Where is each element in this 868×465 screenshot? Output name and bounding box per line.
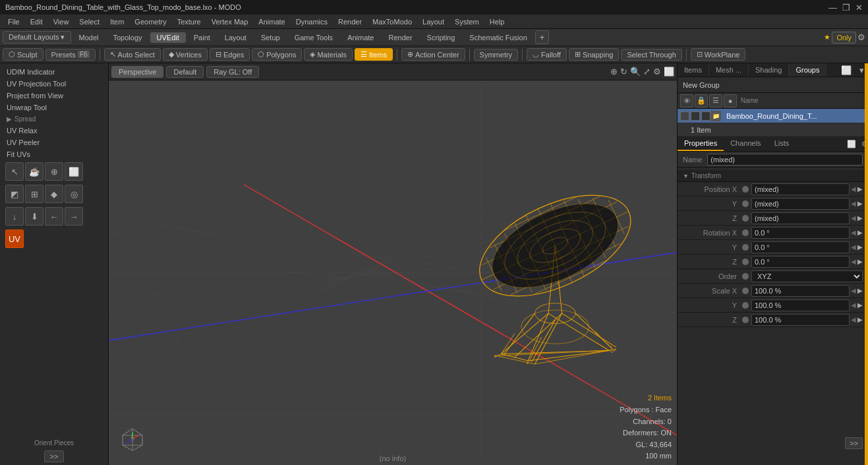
- action-center-button[interactable]: ⊕ Action Center: [401, 48, 465, 61]
- menu-dynamics[interactable]: Dynamics: [291, 16, 333, 27]
- tab-layout[interactable]: Layout: [218, 32, 253, 43]
- prop-arrow-rotationz[interactable]: ◀: [851, 258, 856, 265]
- prop-dot-positiony[interactable]: [742, 201, 749, 207]
- tab-model[interactable]: Model: [72, 32, 105, 43]
- menu-edit[interactable]: Edit: [25, 16, 48, 27]
- prop-input-rotationx[interactable]: [751, 227, 850, 239]
- props-tab-properties[interactable]: Properties: [678, 137, 724, 151]
- tool-icon-grid[interactable]: ⊞: [25, 185, 43, 203]
- extra-check[interactable]: [701, 111, 710, 121]
- tool-uv-peeler[interactable]: UV Peeler: [3, 137, 105, 148]
- menu-select[interactable]: Select: [74, 16, 105, 27]
- prop-uparrow-rotationx[interactable]: ▶: [857, 229, 863, 236]
- tool-icon-left[interactable]: ←: [45, 207, 63, 226]
- lock-button[interactable]: 🔒: [695, 94, 708, 108]
- viewport-tab-raygl[interactable]: Ray GL: Off: [206, 66, 259, 78]
- tool-icon-sphere[interactable]: ◎: [65, 185, 83, 203]
- prop-arrow-rotationx[interactable]: ◀: [851, 229, 856, 236]
- prop-select-order[interactable]: XYZ XZY YXZ YZX ZXY ZYX: [751, 270, 863, 282]
- vertices-button[interactable]: ◆ Vertices: [163, 48, 208, 61]
- prop-arrow-scaley[interactable]: ◀: [851, 301, 856, 309]
- prop-arrow-positionz[interactable]: ◀: [851, 214, 856, 222]
- menu-render[interactable]: Render: [333, 16, 367, 27]
- prop-arrow-scalez[interactable]: ◀: [851, 316, 856, 323]
- viewport-icon-maximize[interactable]: ⬜: [664, 67, 674, 77]
- menu-view[interactable]: View: [48, 16, 74, 27]
- tab-schematicfusion[interactable]: Schematic Fusion: [463, 32, 533, 43]
- prop-uparrow-scaley[interactable]: ▶: [857, 301, 863, 309]
- props-tab-lists[interactable]: Lists: [768, 137, 796, 151]
- prop-input-positionz[interactable]: [751, 212, 850, 224]
- prop-dot-scalez[interactable]: [742, 317, 749, 323]
- prop-dot-rotationz[interactable]: [742, 259, 749, 265]
- tab-items[interactable]: Items: [678, 63, 709, 77]
- materials-button[interactable]: ◈ Materials: [304, 48, 353, 61]
- prop-input-rotationz[interactable]: [751, 256, 850, 268]
- prop-uparrow-positionz[interactable]: ▶: [857, 214, 863, 222]
- prop-dot-order[interactable]: [742, 273, 749, 280]
- menu-help[interactable]: Help: [484, 16, 510, 27]
- tab-scripting[interactable]: Scripting: [420, 32, 462, 43]
- lock-check[interactable]: [691, 111, 700, 121]
- presets-button[interactable]: Presets F6: [45, 49, 96, 61]
- viewport-icon-settings[interactable]: ⚙: [653, 67, 661, 77]
- tool-icon-cup[interactable]: ☕: [25, 162, 43, 181]
- tab-topology[interactable]: Topology: [106, 32, 148, 43]
- settings-icon[interactable]: ⚙: [857, 32, 865, 42]
- scroll-down-button[interactable]: >>: [845, 437, 863, 449]
- prop-input-positiony[interactable]: [751, 198, 850, 210]
- viewport-icon-refresh[interactable]: ↻: [620, 67, 627, 77]
- prop-arrow-scalex[interactable]: ◀: [851, 287, 856, 294]
- tab-setup[interactable]: Setup: [254, 32, 287, 43]
- viewport-tab-perspective[interactable]: Perspective: [111, 66, 163, 78]
- tool-uv-projection[interactable]: UV Projection Tool: [3, 78, 105, 90]
- tool-icon-axis[interactable]: ⊕: [45, 162, 63, 181]
- menu-file[interactable]: File: [3, 16, 25, 27]
- sculpt-button[interactable]: ⬡ Sculpt: [3, 48, 43, 61]
- prop-input-scalex[interactable]: [751, 285, 850, 297]
- tool-unwrap[interactable]: Unwrap Tool: [3, 102, 105, 113]
- viewport-icon-expand[interactable]: ⤢: [643, 67, 651, 77]
- auto-select-button[interactable]: ↖ Auto Select: [104, 48, 161, 61]
- layout-dropdown[interactable]: Default Layouts ▾: [3, 31, 71, 44]
- list-button[interactable]: ☰: [709, 94, 722, 108]
- group-list-item[interactable]: 📁 Bamboo_Round_Dining_T...: [678, 109, 868, 123]
- dot-button[interactable]: ●: [724, 94, 737, 108]
- prop-dot-positionz[interactable]: [742, 215, 749, 222]
- tool-icon-move[interactable]: ↖: [5, 162, 24, 181]
- prop-dot-scaley[interactable]: [742, 302, 749, 309]
- items-button[interactable]: ☰ Items: [355, 48, 393, 61]
- prop-input-scaley[interactable]: [751, 299, 850, 311]
- tab-mesh[interactable]: Mesh ...: [709, 63, 749, 77]
- prop-uparrow-scalex[interactable]: ▶: [857, 287, 863, 294]
- tab-animate[interactable]: Animate: [341, 32, 380, 43]
- tab-shading[interactable]: Shading: [749, 63, 789, 77]
- prop-uparrow-rotationz[interactable]: ▶: [857, 258, 863, 265]
- menu-system[interactable]: System: [449, 16, 484, 27]
- prop-uparrow-positiony[interactable]: ▶: [857, 200, 863, 207]
- tab-uvedit[interactable]: UVEdit: [150, 32, 186, 43]
- menu-layout[interactable]: Layout: [417, 16, 449, 27]
- maximize-button[interactable]: ❐: [842, 3, 850, 13]
- tool-fit-uvs[interactable]: Fit UVs: [3, 148, 105, 160]
- name-field-input[interactable]: [707, 154, 863, 166]
- prop-dot-rotationy[interactable]: [742, 244, 749, 251]
- viewport-icon-aim[interactable]: ⊕: [610, 67, 618, 77]
- minimize-button[interactable]: —: [828, 3, 837, 13]
- viewport-tab-default[interactable]: Default: [166, 66, 204, 78]
- transform-header[interactable]: ▼ Transform: [678, 170, 868, 182]
- prop-dot-scalex[interactable]: [742, 288, 749, 294]
- only-button[interactable]: Only: [832, 32, 856, 44]
- props-expand-icon[interactable]: ⬜: [847, 140, 856, 148]
- tab-gametools[interactable]: Game Tools: [288, 32, 340, 43]
- prop-uparrow-positionx[interactable]: ▶: [857, 185, 863, 193]
- tool-icon-plane[interactable]: ◩: [5, 185, 24, 203]
- props-tab-channels[interactable]: Channels: [724, 137, 767, 151]
- tool-icon-box[interactable]: ⬜: [65, 162, 83, 181]
- tool-icon-uv-active[interactable]: UV: [5, 230, 24, 248]
- tool-icon-right[interactable]: →: [65, 207, 83, 226]
- prop-arrow-positiony[interactable]: ◀: [851, 200, 856, 207]
- prop-input-scalez[interactable]: [751, 314, 850, 326]
- menu-texture[interactable]: Texture: [172, 16, 206, 27]
- edges-button[interactable]: ⊟ Edges: [210, 48, 250, 61]
